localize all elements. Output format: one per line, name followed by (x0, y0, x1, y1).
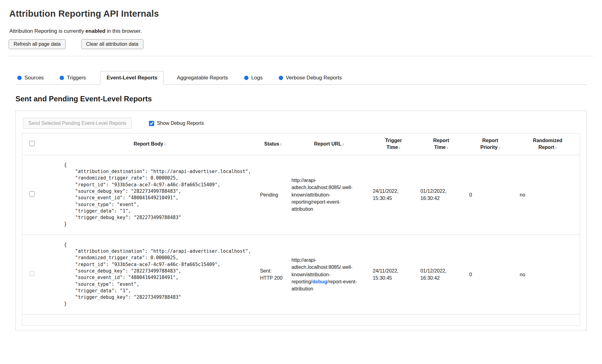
row-select-checkbox[interactable] (29, 191, 35, 197)
blue-dot-icon (244, 76, 248, 80)
col-header-report-url[interactable]: Report URL↕ (288, 133, 370, 155)
report-row: { "attribution_destination": "http://ara… (22, 235, 580, 314)
sort-icon: ↕ (342, 142, 344, 146)
tab-label: Event-Level Reports (107, 75, 157, 81)
tab-logs[interactable]: Logs (242, 71, 265, 84)
trigger-time: 24/11/2022, 15:30:45 (370, 235, 417, 314)
report-row: { "attribution_destination": "http://ara… (22, 155, 580, 235)
row-select-cell (22, 155, 42, 235)
report-body-cell: { "attribution_destination": "http://ara… (42, 155, 257, 235)
randomized-report: no (515, 155, 580, 235)
report-body-json: { "attribution_destination": "http://ara… (64, 162, 254, 228)
reports-panel: Send Selected Pending Event-Level Report… (15, 111, 587, 330)
sort-icon: ↕ (399, 146, 401, 150)
select-all-cell (22, 133, 42, 155)
status-enabled-text: enabled (86, 28, 105, 34)
tab-triggers[interactable]: Triggers (58, 71, 88, 84)
report-url: http://arapi-adtech.localhost:8085/.well… (288, 235, 370, 314)
col-label: Report Priority (480, 138, 498, 150)
top-buttons: Refresh all page data Clear all attribut… (9, 39, 594, 49)
row-select-cell (22, 235, 42, 314)
col-header-status[interactable]: Status↕ (257, 133, 288, 155)
report-priority: 0 (465, 155, 515, 235)
sort-icon: ↕ (280, 142, 282, 146)
show-debug-checkbox[interactable] (149, 121, 154, 126)
clear-all-button[interactable]: Clear all attribution data (81, 39, 143, 49)
tab-label: Aggregatable Reports (177, 75, 228, 81)
send-selected-button[interactable]: Send Selected Pending Event-Level Report… (23, 118, 132, 129)
table-header-row: Report Body↕ Status↕ Report URL↕ Trigger… (22, 133, 580, 155)
event-level-reports-table: Report Body↕ Status↕ Report URL↕ Trigger… (22, 133, 580, 326)
tab-verbose-debug-reports[interactable]: Verbose Debug Reports (277, 71, 344, 84)
blue-dot-icon (279, 76, 283, 80)
content-section: Sources Triggers Event-Level Reports Agg… (8, 71, 594, 330)
attribution-internals-page: Attribution Reporting API Internals Attr… (0, 0, 602, 340)
randomized-report: no (515, 235, 580, 314)
report-time: 01/12/2022, 16:30:42 (417, 155, 465, 235)
refresh-all-button[interactable]: Refresh all page data (9, 39, 66, 49)
col-header-report-priority[interactable]: Report Priority↕ (465, 133, 515, 155)
col-label: Report Body (134, 141, 163, 146)
tab-sources[interactable]: Sources (15, 71, 45, 84)
report-body-cell: { "attribution_destination": "http://ara… (42, 235, 257, 314)
report-status: Pending (257, 155, 288, 235)
trigger-time: 24/11/2022, 15:30:45 (370, 155, 417, 235)
sort-icon: ↕ (498, 146, 500, 150)
report-status: Sent: HTTP 200 (257, 235, 288, 314)
show-debug-toggle[interactable]: Show Debug Reports (149, 121, 204, 126)
table-footer-row (22, 314, 580, 325)
tab-label: Sources (24, 75, 44, 81)
sort-icon: ↕ (555, 146, 557, 150)
sort-icon: ↕ (446, 146, 448, 150)
tab-event-level-reports[interactable]: Event-Level Reports (100, 71, 164, 85)
col-label: Status (264, 141, 279, 146)
report-priority: 0 (465, 235, 515, 314)
section-heading: Sent and Pending Event-Level Reports (15, 95, 587, 103)
status-line: Attribution Reporting is currently enabl… (9, 28, 594, 34)
report-url: http://arapi-adtech.localhost:8085/.well… (288, 155, 370, 235)
col-header-report-body[interactable]: Report Body↕ (42, 133, 257, 155)
debug-url-highlight: debug (312, 279, 327, 284)
report-time: 01/12/2022, 16:30:42 (417, 235, 465, 314)
table-footer-cell (22, 314, 580, 325)
col-header-randomized-report[interactable]: Randomized Report↕ (515, 133, 580, 155)
divider (8, 56, 594, 56)
tab-label: Logs (251, 75, 263, 81)
show-debug-label: Show Debug Reports (157, 121, 204, 126)
report-url-text: http://arapi-adtech.localhost:8085/.well… (291, 178, 352, 212)
status-text-suffix: in this browser. (105, 28, 142, 34)
blue-dot-icon (60, 76, 64, 80)
blue-dot-icon (17, 76, 22, 80)
panel-controls: Send Selected Pending Event-Level Report… (23, 118, 580, 129)
page-title: Attribution Reporting API Internals (9, 9, 594, 19)
row-select-checkbox[interactable] (29, 271, 35, 276)
tab-bar: Sources Triggers Event-Level Reports Agg… (15, 71, 587, 85)
status-text-prefix: Attribution Reporting is currently (9, 28, 86, 34)
col-header-report-time[interactable]: Report Time↕ (417, 133, 465, 155)
col-label: Randomized Report (533, 138, 562, 150)
tab-label: Triggers (67, 75, 86, 81)
report-body-json: { "attribution_destination": "http://ara… (64, 242, 254, 307)
select-all-checkbox[interactable] (29, 141, 35, 146)
sort-icon: ↕ (164, 142, 166, 146)
col-header-trigger-time[interactable]: Trigger Time↕ (370, 133, 417, 155)
tab-label: Verbose Debug Reports (286, 75, 342, 81)
tab-aggregatable-reports[interactable]: Aggregatable Reports (175, 71, 230, 84)
col-label: Report URL (314, 141, 341, 146)
